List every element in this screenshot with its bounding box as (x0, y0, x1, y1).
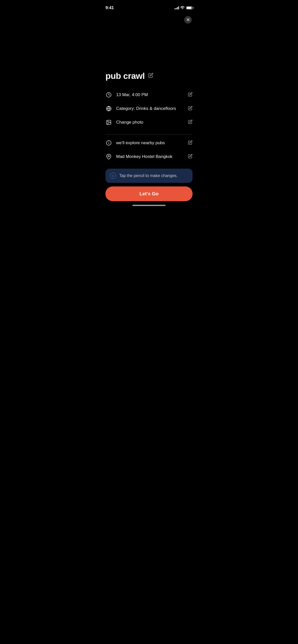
status-time: 9:41 (105, 5, 114, 10)
edit-photo-icon[interactable] (188, 120, 193, 125)
edit-title-button[interactable] (148, 73, 153, 79)
close-icon: ✕ (186, 18, 190, 22)
main-content: pub crawl 13 Mar, 4:00 PM (99, 71, 199, 215)
detail-rows-group1: 13 Mar, 4:00 PM Category: Drinks & dance… (105, 88, 193, 129)
lets-go-label: Let's Go (139, 191, 158, 196)
description-text: we'll explore nearby pubs (116, 140, 184, 145)
edit-category-icon[interactable] (188, 106, 193, 111)
location-row[interactable]: Mad Monkey Hostel Bangkok (105, 150, 193, 164)
status-icons (174, 6, 193, 9)
change-photo-row[interactable]: Change photo (105, 115, 193, 129)
battery-icon (186, 6, 193, 9)
info-banner-text: Tap the pencil to make changes. (119, 173, 178, 178)
home-indicator (132, 205, 166, 206)
close-button[interactable]: ✕ (183, 15, 193, 24)
edit-location-icon[interactable] (188, 154, 193, 159)
svg-point-5 (107, 121, 108, 122)
datetime-text: 13 Mar, 4:00 PM (116, 92, 184, 97)
change-photo-text: Change photo (116, 120, 184, 125)
category-row[interactable]: Category: Drinks & dancefloors (105, 102, 193, 115)
event-title: pub crawl (105, 71, 145, 81)
detail-rows-group2: we'll explore nearby pubs Mad Monkey Hos… (105, 136, 193, 164)
status-bar: 9:41 (99, 0, 199, 12)
location-icon (105, 153, 112, 160)
info-banner-icon: i (110, 173, 116, 179)
edit-datetime-icon[interactable] (188, 92, 193, 98)
info-circle-icon (105, 140, 112, 146)
category-text: Category: Drinks & dancefloors (116, 106, 184, 111)
section-divider (105, 134, 193, 135)
lets-go-button[interactable]: Let's Go (105, 186, 193, 201)
signal-bars-icon (174, 6, 179, 9)
edit-description-icon[interactable] (188, 140, 193, 146)
location-text: Mad Monkey Hostel Bangkok (116, 154, 184, 159)
description-row[interactable]: we'll explore nearby pubs (105, 136, 193, 150)
info-banner: i Tap the pencil to make changes. (105, 169, 193, 183)
wifi-icon (181, 6, 185, 9)
svg-point-9 (108, 155, 110, 157)
globe-icon (105, 105, 112, 112)
event-title-row: pub crawl (105, 71, 193, 81)
svg-point-0 (182, 9, 183, 9)
photo-icon (105, 119, 112, 126)
clock-icon (105, 92, 112, 98)
datetime-row[interactable]: 13 Mar, 4:00 PM (105, 88, 193, 102)
